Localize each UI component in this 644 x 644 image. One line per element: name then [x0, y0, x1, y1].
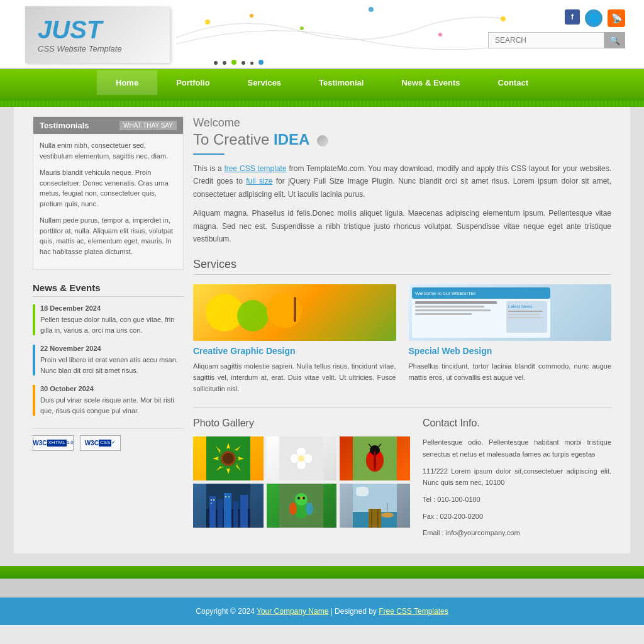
logo-title: JUST — [38, 16, 170, 44]
svg-text:Latest News: Latest News — [508, 304, 533, 309]
header-right: f 🌐 📡 🔍 — [488, 9, 625, 48]
svg-point-2 — [300, 26, 304, 30]
news-date-3: 30 October 2024 — [40, 385, 184, 392]
nav-link-news[interactable]: News & Events — [382, 70, 479, 95]
news-item-3: 30 October 2024 Duis pul vinar scele ris… — [33, 385, 184, 416]
svg-rect-59 — [225, 496, 226, 497]
gallery-thumb-pier[interactable] — [340, 484, 410, 528]
welcome-section: Welcome To Creative IDEA This is a free … — [193, 116, 611, 245]
social-icons: f 🌐 📡 — [565, 9, 625, 27]
svg-point-44 — [374, 450, 376, 470]
gallery-heading: Photo Gallery — [193, 418, 410, 429]
svg-point-46 — [377, 453, 382, 458]
welcome-p2: Aliquam magna. Phasellus id felis.Donec … — [193, 207, 611, 245]
testimonials-p1: Nulla enim nibh, consectetuer sed, vesti… — [40, 140, 177, 161]
bottom-section: Photo Gallery — [193, 407, 611, 544]
nav-link-portfolio[interactable]: Portfolio — [157, 70, 228, 95]
svg-rect-15 — [415, 301, 497, 304]
svg-point-40 — [298, 455, 304, 462]
testimonials-title: Testimonials — [40, 121, 89, 130]
news-date-2: 22 November 2024 — [40, 345, 184, 352]
testimonials-tag: WHAT THAY SAY — [119, 121, 177, 130]
svg-rect-18 — [415, 313, 472, 315]
welcome-subheading: To Creative IDEA — [193, 131, 611, 148]
nav-item-services[interactable]: Services — [229, 70, 301, 95]
footer-grass — [0, 566, 644, 579]
service-desc-1: Aliquam sagittis molestie sapien. Nulla … — [193, 361, 396, 394]
nav-link-testimonial[interactable]: Testimonial — [300, 70, 382, 95]
svg-rect-11 — [294, 297, 296, 322]
nav-link-contact[interactable]: Contact — [479, 70, 547, 95]
svg-rect-54 — [233, 501, 238, 528]
svg-rect-21 — [508, 311, 543, 312]
svg-point-10 — [267, 293, 302, 328]
search-input[interactable] — [488, 32, 604, 48]
news-date-1: 18 December 2024 — [40, 304, 184, 312]
news-item-2: 22 November 2024 Proin vel libero id era… — [33, 345, 184, 375]
nav-item-contact[interactable]: Contact — [479, 70, 547, 95]
svg-point-45 — [368, 453, 373, 458]
svg-point-26 — [223, 453, 234, 464]
services-heading: Services — [193, 258, 611, 275]
nav-item-news[interactable]: News & Events — [382, 70, 479, 95]
service-title-1: Creative Graphic Design — [193, 346, 396, 356]
svg-rect-52 — [218, 499, 223, 528]
w3c-badges: W3C XHTML 1.0 W3C CSS ✓ — [33, 435, 184, 451]
facebook-icon[interactable]: f — [565, 9, 580, 25]
news-sidebar: News & Events 18 December 2024 Pellen te… — [33, 282, 184, 416]
footer-company-link[interactable]: Your Company Name — [257, 607, 328, 616]
service-desc-2: Phasellus tincidunt, tortor lacinia blan… — [409, 361, 612, 383]
nav-link-services[interactable]: Services — [229, 70, 301, 95]
svg-rect-23 — [508, 317, 543, 318]
svg-rect-51 — [209, 496, 216, 528]
welcome-subheading-highlight: IDEA — [274, 131, 309, 148]
nav-list: Home Portfolio Services Testimonial News… — [97, 70, 547, 95]
navigation: Home Portfolio Services Testimonial News… — [0, 69, 644, 96]
gallery-grid — [193, 436, 410, 528]
gallery-thumb-sunflower[interactable] — [193, 436, 264, 480]
header-dots — [176, 60, 644, 65]
rss-icon[interactable]: 📡 — [608, 9, 625, 27]
free-css-link[interactable]: free CSS template — [225, 164, 287, 173]
testimonials-header: Testimonials WHAT THAY SAY — [33, 117, 183, 134]
gallery-thumb-city[interactable] — [193, 484, 264, 528]
svg-point-3 — [369, 7, 374, 12]
gallery-thumb-beetle[interactable] — [340, 436, 410, 480]
svg-rect-17 — [415, 309, 491, 311]
svg-point-1 — [250, 14, 253, 18]
nav-item-testimonial[interactable]: Testimonial — [300, 70, 382, 95]
main-content: Testimonials WHAT THAY SAY Nulla enim ni… — [14, 107, 630, 553]
svg-rect-53 — [224, 493, 231, 528]
svg-rect-22 — [508, 314, 540, 315]
contact-info: Contact Info. Pellentesque odio. Pellent… — [423, 418, 611, 544]
full-size-link[interactable]: full size — [246, 177, 272, 186]
contact-tel: Tel : 010-100-0100 — [423, 494, 611, 506]
svg-point-65 — [297, 497, 300, 499]
nav-item-home[interactable]: Home — [97, 70, 157, 95]
testimonials-p2: Mauris blandit vehicula neque. Proin con… — [40, 167, 177, 209]
nav-link-home[interactable]: Home — [97, 70, 157, 95]
contact-fax: Fax : 020-200-0200 — [423, 511, 611, 523]
services-grid: Creative Graphic Design Aliquam sagittis… — [193, 284, 611, 394]
svg-rect-72 — [369, 509, 381, 528]
svg-rect-16 — [415, 306, 484, 308]
xhtml-badge: W3C XHTML 1.0 — [33, 435, 74, 451]
svg-rect-58 — [211, 502, 212, 504]
testimonials-content: Nulla enim nibh, consectetuer sed, vesti… — [33, 134, 183, 269]
main-section: Welcome To Creative IDEA This is a free … — [193, 116, 611, 544]
svg-rect-56 — [211, 499, 212, 501]
footer-designed-by: | Designed by — [331, 607, 379, 616]
nav-item-portfolio[interactable]: Portfolio — [157, 70, 228, 95]
globe-icon[interactable]: 🌐 — [585, 9, 602, 27]
gallery-thumb-parrot[interactable] — [267, 484, 337, 528]
contact-heading: Contact Info. — [423, 418, 611, 429]
news-text-1: Pellen tesque dolor nulla, con gue vitae… — [40, 314, 184, 335]
welcome-p1: This is a free CSS template from Templat… — [193, 162, 611, 201]
footer-template-link[interactable]: Free CSS Templates — [379, 607, 448, 616]
gallery-thumb-white-flowers[interactable] — [267, 436, 337, 480]
search-button[interactable]: 🔍 — [604, 32, 625, 48]
service-item-2: Welcome to our WEBSITE! Latest News — [409, 284, 612, 394]
news-text-3: Duis pul vinar scele risque ante. Mor bi… — [40, 395, 184, 416]
service-item-1: Creative Graphic Design Aliquam sagittis… — [193, 284, 396, 394]
logo-area: JUST CSS Website Template — [25, 6, 170, 63]
